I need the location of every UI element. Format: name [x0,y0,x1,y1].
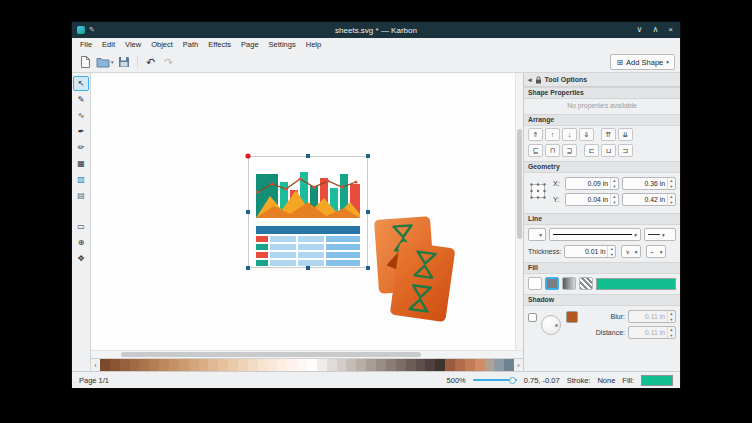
hot-position-handle[interactable] [245,153,250,158]
fill-pattern-button[interactable] [579,277,593,290]
palette-swatch[interactable] [416,359,426,371]
fill-color-swatch[interactable] [641,375,673,386]
menu-settings[interactable]: Settings [264,38,301,52]
titlebar[interactable]: ✎ sheets.svg * — Karbon ∨∧× [72,22,680,38]
shadow-blur-spinbox[interactable]: 0.11 in▴▾ [628,310,676,323]
grid-tool[interactable]: ▦ [73,156,89,171]
open-dropdown-icon[interactable]: ▾ [111,59,114,65]
menu-effects[interactable]: Effects [203,38,236,52]
horizontal-scrollbar-thumb[interactable] [121,352,421,357]
palette-swatch[interactable] [120,359,130,371]
collapse-left-icon[interactable]: ◂ [528,76,532,84]
cards-image[interactable] [374,216,455,322]
palette-swatch[interactable] [475,359,485,371]
new-document-button[interactable] [77,54,93,70]
shadow-enable-checkbox[interactable] [528,313,537,322]
menu-page[interactable]: Page [236,38,264,52]
fill-solid-button[interactable] [545,277,559,290]
vertical-scrollbar[interactable] [515,73,523,350]
palette-swatch[interactable] [356,359,366,371]
y-position-spinbox[interactable]: 0.04 in▴▾ [565,193,619,206]
send-to-back-button[interactable]: ⇓ [579,128,594,141]
palette-swatch[interactable] [238,359,248,371]
bezier-curve-tool[interactable]: ∿ [73,108,89,123]
palette-swatch[interactable] [228,359,238,371]
section-arrange[interactable]: Arrange [524,114,680,126]
menu-view[interactable]: View [120,38,146,52]
shadow-color-button[interactable] [566,311,578,323]
shape-selector-tool[interactable]: ▭ [73,219,89,234]
group-button[interactable]: ⇈ [601,128,616,141]
palette-swatch[interactable] [376,359,386,371]
zoom-tool[interactable]: ⊕ [73,235,89,250]
palette-swatch[interactable] [465,359,475,371]
pencil-tool[interactable]: ✏ [73,140,89,155]
line-style-combo[interactable]: ▾ [549,228,641,241]
palette-swatch[interactable] [130,359,140,371]
horizontal-scrollbar[interactable] [91,350,523,358]
drawing-canvas[interactable] [91,73,523,350]
open-button[interactable] [95,54,111,70]
menu-help[interactable]: Help [301,38,326,52]
palette-swatch[interactable] [218,359,228,371]
palette-swatch[interactable] [208,359,218,371]
palette-right-arrow[interactable]: › [514,359,523,371]
palette-swatch[interactable] [504,359,514,371]
palette-swatch[interactable] [199,359,209,371]
spinner-arrows-icon[interactable]: ▴▾ [667,194,675,205]
height-spinbox[interactable]: 0.42 in▴▾ [622,193,676,206]
palette-swatch[interactable] [149,359,159,371]
palette-swatch[interactable] [307,359,317,371]
palette-swatch[interactable] [139,359,149,371]
align-center-vertical-button[interactable]: ⊔ [601,144,616,157]
palette-swatch[interactable] [268,359,278,371]
spinner-arrows-icon[interactable]: ▴▾ [607,246,615,257]
edit-shapes-tool[interactable]: ✎ [73,92,89,107]
section-shape-properties[interactable]: Shape Properties [524,87,680,99]
raise-button[interactable]: ↑ [545,128,560,141]
palette-left-arrow[interactable]: ‹ [91,359,100,371]
align-bottom-button[interactable]: ⊐ [618,144,633,157]
lock-icon[interactable] [535,76,542,84]
palette-swatch[interactable] [396,359,406,371]
menu-file[interactable]: File [75,38,97,52]
palette-swatch[interactable] [337,359,347,371]
pattern-tool[interactable]: ▤ [73,188,89,203]
palette-swatch[interactable] [258,359,268,371]
gradient-tool[interactable]: ▧ [73,172,89,187]
add-shape-button[interactable]: ⊞ Add Shape ▾ [610,54,675,70]
calligraphy-tool[interactable]: ✒ [73,124,89,139]
position-anchor-widget[interactable] [528,181,550,202]
line-join-combo[interactable]: ∨▾ [621,245,641,258]
ungroup-button[interactable]: ⇊ [618,128,633,141]
fill-color-bar[interactable] [596,278,676,290]
dock-header[interactable]: ◂ Tool Options [524,73,680,87]
palette-swatch[interactable] [100,359,110,371]
palette-swatch[interactable] [455,359,465,371]
align-top-button[interactable]: ⊏ [584,144,599,157]
zoom-slider-handle[interactable] [509,377,516,384]
align-right-button[interactable]: ⊒ [562,144,577,157]
palette-swatch[interactable] [297,359,307,371]
spinner-arrows-icon[interactable]: ▴▾ [610,194,618,205]
palette-swatch[interactable] [485,359,495,371]
align-center-horizontal-button[interactable]: ⊓ [545,144,560,157]
palette-swatch[interactable] [110,359,120,371]
menu-object[interactable]: Object [146,38,178,52]
fill-gradient-button[interactable] [562,277,576,290]
section-fill[interactable]: Fill [524,262,680,274]
palette-swatch[interactable] [169,359,179,371]
menu-path[interactable]: Path [178,38,203,52]
minimize-button[interactable]: ∨ [637,25,643,35]
chart-image[interactable] [249,157,368,268]
bring-to-front-button[interactable]: ⇑ [528,128,543,141]
close-button[interactable]: × [668,25,673,35]
width-spinbox[interactable]: 0.36 in▴▾ [622,177,676,190]
x-position-spinbox[interactable]: 0.09 in▴▾ [565,177,619,190]
save-button[interactable] [116,54,132,70]
section-geometry[interactable]: Geometry [524,161,680,173]
palette-swatch[interactable] [366,359,376,371]
palette-swatch[interactable] [287,359,297,371]
thickness-spinbox[interactable]: 0.01 in▴▾ [564,245,616,258]
palette-swatch[interactable] [189,359,199,371]
